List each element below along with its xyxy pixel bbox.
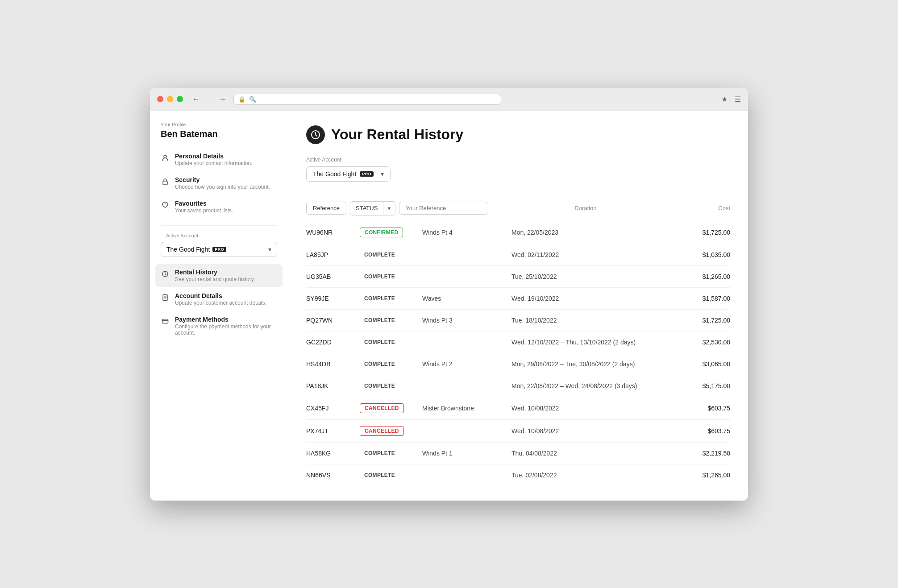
lock-icon — [161, 177, 170, 186]
status-badge: COMPLETE — [360, 381, 399, 390]
cell-cost: $2,530.00 — [686, 339, 730, 346]
sidebar-account-dropdown[interactable]: The Good Fight PRO ▾ — [161, 242, 277, 257]
cell-duration: Mon, 22/05/2023 — [511, 229, 686, 236]
table-row[interactable]: WU96NR CONFIRMED Winds Pt 4 Mon, 22/05/2… — [306, 221, 730, 244]
table-row[interactable]: PA18JK COMPLETE Mon, 22/08/2022 – Wed, 2… — [306, 375, 730, 397]
card-icon — [161, 317, 170, 326]
security-desc: Choose how you sign into your account. — [175, 184, 270, 190]
minimize-button[interactable] — [167, 96, 173, 102]
sidebar: Your Profile Ben Bateman Personal Detail… — [150, 111, 288, 501]
status-badge: COMPLETE — [360, 272, 399, 281]
cell-ref: CX45FJ — [306, 405, 360, 412]
table-row[interactable]: CX45FJ CANCELLED Mister Brownstone Wed, … — [306, 397, 730, 420]
cell-ref: PA18JK — [306, 382, 360, 389]
clock-icon — [161, 269, 170, 278]
status-filter-chevron[interactable]: ▾ — [383, 203, 395, 214]
account-details-title: Account Details — [175, 292, 266, 299]
cell-cost: $1,725.00 — [686, 229, 730, 236]
nav-buttons: ← → — [190, 93, 228, 106]
active-account-section-label: Active Account — [155, 233, 283, 238]
cell-ref: HA58KG — [306, 450, 360, 457]
cell-your-ref: Waves — [422, 295, 511, 302]
cell-ref: HS44DB — [306, 360, 360, 368]
document-icon — [161, 293, 170, 302]
table-row[interactable]: NN66VS COMPLETE Tue, 02/08/2022 $1,265.0… — [306, 464, 730, 486]
cell-status: COMPLETE — [360, 471, 422, 480]
account-details-desc: Update your customer account details. — [175, 300, 266, 306]
cell-status: COMPLETE — [360, 250, 422, 259]
cell-duration: Wed, 12/10/2022 – Thu, 13/10/2022 (2 day… — [511, 339, 686, 346]
table-row[interactable]: HA58KG COMPLETE Winds Pt 1 Thu, 04/08/20… — [306, 443, 730, 464]
table-row[interactable]: LA85JP COMPLETE Wed, 02/11/2022 $1,035.0… — [306, 244, 730, 266]
table-row[interactable]: SY99JE COMPLETE Waves Wed, 19/10/2022 $1… — [306, 288, 730, 310]
rental-history-desc: See your rental and quote history. — [175, 276, 255, 282]
sidebar-item-personal-details[interactable]: Personal Details Update your contact inf… — [155, 148, 283, 171]
cell-cost: $1,265.00 — [686, 273, 730, 280]
cell-ref: PX74JT — [306, 427, 360, 435]
sidebar-item-rental-history[interactable]: Rental History See your rental and quote… — [155, 264, 283, 287]
svg-rect-1 — [163, 181, 167, 185]
sidebar-item-favourites[interactable]: Favourites Your saved product lists. — [155, 195, 283, 218]
address-bar[interactable]: 🔒 🔍 — [233, 94, 501, 105]
table-row[interactable]: HS44DB COMPLETE Winds Pt 2 Mon, 29/08/20… — [306, 353, 730, 375]
status-badge: COMPLETE — [360, 449, 399, 458]
table-row[interactable]: UG35AB COMPLETE Tue, 25/10/2022 $1,265.0… — [306, 266, 730, 288]
heart-icon — [161, 201, 170, 210]
menu-icon[interactable]: ☰ — [735, 95, 741, 104]
personal-details-title: Personal Details — [175, 153, 252, 160]
reference-filter-btn[interactable]: Reference — [306, 202, 346, 215]
close-button[interactable] — [157, 96, 163, 102]
status-badge: COMPLETE — [360, 338, 399, 347]
status-badge: COMPLETE — [360, 360, 399, 369]
cell-status: COMPLETE — [360, 294, 422, 303]
svg-point-0 — [164, 155, 166, 158]
cell-ref: LA85JP — [306, 251, 360, 258]
maximize-button[interactable] — [177, 96, 183, 102]
cell-status: CONFIRMED — [360, 228, 422, 237]
favourites-title: Favourites — [175, 200, 233, 207]
cell-duration: Wed, 10/08/2022 — [511, 427, 686, 435]
cell-duration: Wed, 19/10/2022 — [511, 295, 686, 302]
status-badge: COMPLETE — [360, 316, 399, 325]
sidebar-item-security[interactable]: Security Choose how you sign into your a… — [155, 172, 283, 195]
active-account-label: Active Account — [306, 157, 730, 163]
forward-button[interactable]: → — [216, 93, 228, 106]
search-icon: 🔍 — [249, 96, 256, 103]
main-pro-badge: PRO — [360, 171, 374, 177]
app-body: Your Profile Ben Bateman Personal Detail… — [150, 111, 748, 501]
cell-status: COMPLETE — [360, 272, 422, 281]
main-content: Your Rental History Active Account The G… — [288, 111, 748, 501]
cell-duration: Wed, 10/08/2022 — [511, 405, 686, 412]
cell-status: CANCELLED — [360, 403, 422, 413]
main-account-dropdown[interactable]: The Good Fight PRO ▾ — [306, 166, 391, 182]
personal-details-desc: Update your contact information. — [175, 160, 252, 166]
your-reference-input[interactable] — [399, 202, 488, 215]
table-row[interactable]: GC22DD COMPLETE Wed, 12/10/2022 – Thu, 1… — [306, 331, 730, 353]
cell-ref: UG35AB — [306, 273, 360, 280]
cell-ref: SY99JE — [306, 295, 360, 302]
cell-status: COMPLETE — [360, 360, 422, 369]
dropdown-chevron-icon: ▾ — [381, 170, 384, 178]
status-badge: CANCELLED — [360, 403, 404, 413]
sidebar-item-account-details[interactable]: Account Details Update your customer acc… — [155, 288, 283, 311]
cell-cost: $603.75 — [686, 427, 730, 435]
cell-your-ref: Winds Pt 3 — [422, 317, 511, 324]
back-button[interactable]: ← — [190, 93, 202, 106]
payment-methods-desc: Configure the payment methods for your a… — [175, 323, 277, 336]
col-cost-header: Cost — [718, 205, 730, 211]
table-row[interactable]: PX74JT CANCELLED Wed, 10/08/2022 $603.75 — [306, 420, 730, 443]
cell-cost: $3,065.00 — [686, 360, 730, 368]
bookmark-icon[interactable]: ★ — [721, 95, 728, 104]
status-badge: COMPLETE — [360, 250, 399, 259]
col-duration-header: Duration — [574, 205, 596, 211]
titlebar-right: ★ ☰ — [721, 95, 741, 104]
profile-name: Ben Bateman — [161, 129, 277, 139]
rental-table: Reference STATUS ▾ Duration Cost WU96NR … — [306, 196, 730, 486]
cell-your-ref: Mister Brownstone — [422, 405, 511, 412]
sidebar-item-payment-methods[interactable]: Payment Methods Configure the payment me… — [155, 311, 283, 340]
lock-icon: 🔒 — [238, 96, 245, 103]
favourites-desc: Your saved product lists. — [175, 207, 233, 214]
cell-duration: Mon, 22/08/2022 – Wed, 24/08/2022 (3 day… — [511, 382, 686, 389]
table-row[interactable]: PQ27WN COMPLETE Winds Pt 3 Tue, 18/10/20… — [306, 310, 730, 331]
sidebar-menu: Personal Details Update your contact inf… — [150, 148, 288, 340]
